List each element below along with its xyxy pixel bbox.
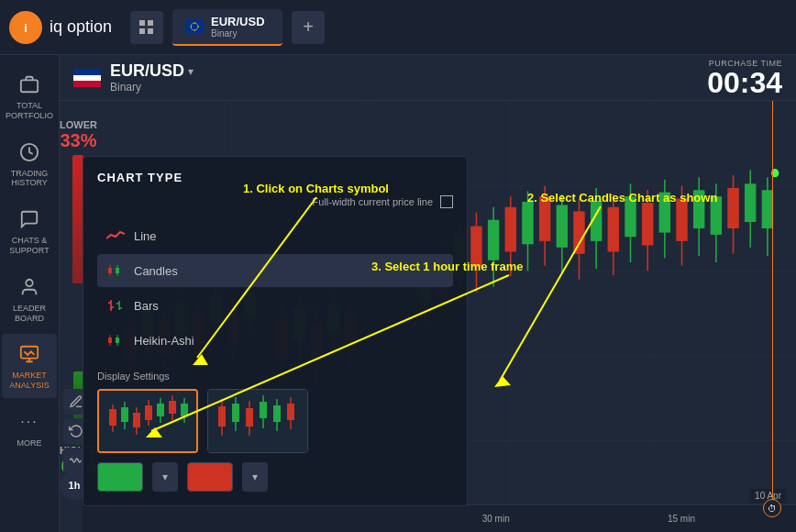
svg-rect-81 — [676, 199, 687, 241]
svg-rect-94 — [108, 268, 112, 273]
sidebar-item-more[interactable]: ··· MORE — [2, 402, 57, 456]
top-nav: i iq option ★ ★ ★ ★ EUR/USD Bin — [0, 0, 796, 55]
svg-rect-106 — [116, 338, 119, 343]
chart-settings-panel: CHART TYPE Full-width current price line… — [83, 156, 468, 506]
sidebar-item-trading-history[interactable]: TRADINGHISTORY — [2, 132, 57, 196]
active-tab[interactable]: ★ ★ ★ ★ EUR/USD Binary — [172, 9, 282, 46]
main-layout: TOTALPORTFOLIO TRADINGHISTORY CHATS &SUP… — [0, 55, 796, 532]
more-icon: ··· — [17, 409, 42, 435]
sidebar: TOTALPORTFOLIO TRADINGHISTORY CHATS &SUP… — [0, 55, 60, 532]
pair-name: EUR/USD — [110, 61, 184, 81]
svg-rect-121 — [181, 404, 188, 416]
svg-text:★: ★ — [193, 28, 196, 32]
chart-preview-unselected[interactable] — [207, 389, 308, 453]
svg-text:★: ★ — [193, 20, 196, 24]
history-label: TRADINGHISTORY — [11, 169, 49, 189]
color-row: ▾ ▾ — [97, 462, 453, 492]
bars-type-label: Bars — [134, 299, 159, 313]
add-tab-button[interactable]: + — [292, 11, 325, 44]
svg-rect-117 — [157, 404, 164, 416]
grid-view-button[interactable] — [130, 11, 163, 44]
svg-rect-111 — [121, 407, 128, 422]
sidebar-item-leader-board[interactable]: LEADERBOARD — [2, 267, 57, 331]
svg-rect-75 — [625, 196, 636, 237]
leaderboard-label: LEADERBOARD — [13, 304, 46, 324]
svg-rect-83 — [693, 190, 704, 228]
grid-icon — [139, 20, 154, 35]
svg-rect-59 — [488, 220, 499, 260]
chart-body: LOWER 33% HIGHER 67% — [60, 101, 796, 532]
green-color-swatch[interactable] — [97, 462, 143, 492]
display-settings-row — [97, 389, 453, 453]
svg-rect-79 — [659, 193, 670, 233]
tab-flag: ★ ★ ★ ★ — [185, 20, 204, 33]
tab-info: EUR/USD Binary — [211, 15, 265, 39]
sidebar-item-total-portfolio[interactable]: TOTALPORTFOLIO — [2, 64, 57, 128]
purchase-time-line: ⏱ — [772, 101, 773, 504]
svg-rect-73 — [608, 207, 619, 252]
full-width-label: Full-width current price line — [313, 196, 433, 207]
full-width-checkbox[interactable] — [440, 195, 453, 208]
sidebar-item-chats-support[interactable]: CHATS &SUPPORT — [2, 199, 57, 263]
chart-header: EUR/USD ▾ Binary PURCHASE TIME 00:34 — [60, 55, 796, 101]
svg-rect-109 — [109, 409, 116, 426]
svg-rect-119 — [169, 401, 176, 414]
market-label: MARKETANALYSIS — [9, 371, 49, 391]
red-color-swatch[interactable] — [187, 462, 233, 492]
svg-rect-65 — [539, 196, 550, 241]
logo-text: iq option — [50, 17, 112, 37]
pair-type: Binary — [110, 81, 193, 94]
portfolio-label: TOTALPORTFOLIO — [6, 101, 53, 121]
market-icon — [17, 341, 42, 367]
heikin-type-icon — [106, 331, 125, 349]
chat-icon — [17, 206, 42, 232]
svg-rect-89 — [745, 183, 756, 222]
heikin-type-label: Heikin-Ashi — [134, 334, 194, 348]
svg-rect-8 — [21, 80, 38, 92]
leaderboard-icon — [17, 274, 42, 300]
time-label-30min: 30 min — [482, 514, 510, 524]
svg-rect-77 — [642, 203, 653, 245]
pair-flag — [73, 69, 101, 87]
svg-rect-87 — [727, 188, 738, 228]
svg-rect-57 — [470, 227, 481, 267]
green-dropdown[interactable]: ▾ — [152, 462, 178, 492]
bars-type-icon — [106, 296, 125, 315]
content-area: EUR/USD ▾ Binary PURCHASE TIME 00:34 LOW… — [60, 55, 796, 532]
chart-types-list: Line Candles — [97, 219, 453, 357]
svg-rect-134 — [287, 404, 294, 420]
display-settings-label: Display Settings — [97, 371, 453, 382]
svg-rect-115 — [145, 405, 152, 420]
lower-label: LOWER — [60, 119, 97, 130]
svg-text:i: i — [24, 21, 28, 35]
svg-rect-71 — [591, 201, 602, 241]
chart-type-heikin-ashi[interactable]: Heikin-Ashi — [97, 324, 453, 357]
chart-type-bars[interactable]: Bars — [97, 289, 453, 322]
logo-icon: i — [9, 11, 42, 44]
lower-percentage: 33% — [60, 130, 96, 151]
tab-pair: EUR/USD — [211, 15, 265, 28]
more-label: MORE — [17, 438, 42, 449]
chart-type-line[interactable]: Line — [97, 219, 453, 252]
time-label-15min: 15 min — [668, 514, 695, 524]
svg-rect-63 — [522, 202, 533, 244]
pair-dropdown-arrow[interactable]: ▾ — [188, 65, 193, 78]
pair-title-group: EUR/USD ▾ Binary — [110, 61, 193, 94]
full-width-row: Full-width current price line — [97, 195, 453, 208]
sidebar-item-market-analysis[interactable]: MARKETANALYSIS — [2, 334, 57, 398]
line-type-icon — [106, 227, 125, 245]
history-icon — [17, 139, 42, 165]
chart-preview-selected[interactable] — [97, 389, 198, 453]
svg-rect-113 — [133, 413, 140, 427]
tab-type: Binary — [211, 28, 265, 39]
svg-rect-130 — [260, 402, 267, 418]
logo[interactable]: i iq option — [9, 11, 112, 44]
svg-rect-13 — [73, 69, 101, 75]
svg-rect-132 — [273, 405, 281, 422]
svg-rect-15 — [73, 81, 101, 87]
red-dropdown[interactable]: ▾ — [242, 462, 268, 492]
purchase-time: PURCHASE TIME 00:34 — [707, 59, 782, 97]
chart-type-candles[interactable]: Candles — [97, 254, 453, 287]
svg-rect-69 — [573, 211, 584, 253]
svg-point-10 — [26, 280, 32, 286]
